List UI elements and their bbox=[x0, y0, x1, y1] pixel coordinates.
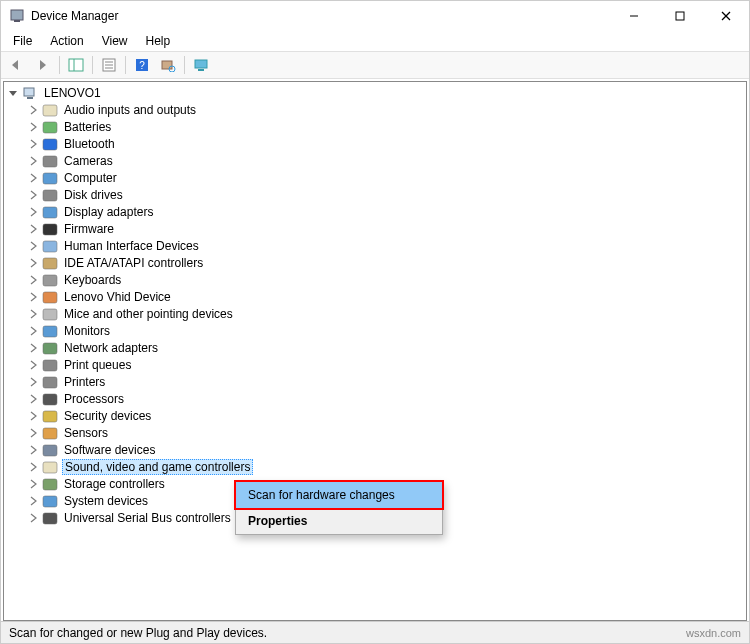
device-category-icon bbox=[42, 289, 58, 305]
tree-item-label: Universal Serial Bus controllers bbox=[62, 511, 233, 525]
chevron-right-icon[interactable] bbox=[26, 239, 40, 253]
tree-item[interactable]: Disk drives bbox=[4, 186, 746, 203]
menu-file[interactable]: File bbox=[5, 32, 40, 50]
help-button[interactable]: ? bbox=[130, 54, 154, 76]
svg-rect-25 bbox=[43, 190, 57, 201]
show-hide-tree-button[interactable] bbox=[64, 54, 88, 76]
chevron-right-icon[interactable] bbox=[26, 273, 40, 287]
chevron-right-icon[interactable] bbox=[26, 154, 40, 168]
tree-item-label: Firmware bbox=[62, 222, 116, 236]
chevron-right-icon[interactable] bbox=[26, 290, 40, 304]
tree-item[interactable]: Human Interface Devices bbox=[4, 237, 746, 254]
chevron-right-icon[interactable] bbox=[26, 494, 40, 508]
chevron-right-icon[interactable] bbox=[26, 426, 40, 440]
device-category-icon bbox=[42, 408, 58, 424]
menu-help[interactable]: Help bbox=[138, 32, 179, 50]
tree-item[interactable]: Network adapters bbox=[4, 339, 746, 356]
device-category-icon bbox=[42, 493, 58, 509]
chevron-right-icon[interactable] bbox=[26, 392, 40, 406]
chevron-right-icon[interactable] bbox=[26, 511, 40, 525]
svg-rect-22 bbox=[43, 139, 57, 150]
device-category-icon bbox=[42, 476, 58, 492]
tree-root[interactable]: LENOVO1 bbox=[4, 84, 746, 101]
tree-item[interactable]: Bluetooth bbox=[4, 135, 746, 152]
monitor-button[interactable] bbox=[189, 54, 213, 76]
device-category-icon bbox=[42, 102, 58, 118]
back-button[interactable] bbox=[5, 54, 29, 76]
tree-item[interactable]: IDE ATA/ATAPI controllers bbox=[4, 254, 746, 271]
chevron-right-icon[interactable] bbox=[26, 358, 40, 372]
tree-item[interactable]: Printers bbox=[4, 373, 746, 390]
svg-rect-31 bbox=[43, 292, 57, 303]
device-tree[interactable]: LENOVO1 Audio inputs and outputsBatterie… bbox=[3, 81, 747, 621]
device-category-icon bbox=[42, 221, 58, 237]
svg-rect-23 bbox=[43, 156, 57, 167]
forward-button[interactable] bbox=[31, 54, 55, 76]
tree-item[interactable]: Sound, video and game controllers bbox=[4, 458, 746, 475]
ctx-properties[interactable]: Properties bbox=[236, 508, 442, 534]
tree-item[interactable]: Keyboards bbox=[4, 271, 746, 288]
chevron-right-icon[interactable] bbox=[26, 307, 40, 321]
menu-action[interactable]: Action bbox=[42, 32, 91, 50]
svg-text:?: ? bbox=[139, 60, 145, 71]
tree-item[interactable]: Security devices bbox=[4, 407, 746, 424]
toolbar-separator bbox=[125, 56, 126, 74]
tree-item[interactable]: Batteries bbox=[4, 118, 746, 135]
tree-item-label: Sound, video and game controllers bbox=[62, 459, 253, 475]
tree-item-label: Bluetooth bbox=[62, 137, 117, 151]
device-category-icon bbox=[42, 391, 58, 407]
maximize-button[interactable] bbox=[657, 1, 703, 31]
tree-item[interactable]: Audio inputs and outputs bbox=[4, 101, 746, 118]
chevron-right-icon[interactable] bbox=[26, 477, 40, 491]
device-category-icon bbox=[42, 170, 58, 186]
statusbar: Scan for changed or new Plug and Play de… bbox=[1, 621, 749, 643]
tree-item-label: Human Interface Devices bbox=[62, 239, 201, 253]
tree-item[interactable]: Computer bbox=[4, 169, 746, 186]
device-category-icon bbox=[42, 459, 58, 475]
expander-icon[interactable] bbox=[6, 86, 20, 100]
chevron-right-icon[interactable] bbox=[26, 460, 40, 474]
tree-item[interactable]: Lenovo Vhid Device bbox=[4, 288, 746, 305]
chevron-right-icon[interactable] bbox=[26, 137, 40, 151]
chevron-right-icon[interactable] bbox=[26, 222, 40, 236]
chevron-right-icon[interactable] bbox=[26, 205, 40, 219]
tree-item[interactable]: Monitors bbox=[4, 322, 746, 339]
chevron-right-icon[interactable] bbox=[26, 443, 40, 457]
svg-rect-18 bbox=[24, 88, 34, 96]
properties-button[interactable] bbox=[97, 54, 121, 76]
svg-rect-6 bbox=[69, 59, 83, 71]
svg-rect-0 bbox=[11, 10, 23, 20]
tree-item[interactable]: Sensors bbox=[4, 424, 746, 441]
close-button[interactable] bbox=[703, 1, 749, 31]
chevron-right-icon[interactable] bbox=[26, 188, 40, 202]
minimize-button[interactable] bbox=[611, 1, 657, 31]
tree-item[interactable]: Cameras bbox=[4, 152, 746, 169]
chevron-right-icon[interactable] bbox=[26, 375, 40, 389]
chevron-right-icon[interactable] bbox=[26, 341, 40, 355]
ctx-scan-hardware[interactable]: Scan for hardware changes bbox=[236, 482, 442, 508]
tree-item-label: Display adapters bbox=[62, 205, 155, 219]
device-category-icon bbox=[42, 119, 58, 135]
tree-item[interactable]: Print queues bbox=[4, 356, 746, 373]
svg-rect-36 bbox=[43, 377, 57, 388]
tree-item[interactable]: Display adapters bbox=[4, 203, 746, 220]
chevron-right-icon[interactable] bbox=[26, 324, 40, 338]
scan-hardware-button[interactable] bbox=[156, 54, 180, 76]
tree-item[interactable]: Mice and other pointing devices bbox=[4, 305, 746, 322]
chevron-right-icon[interactable] bbox=[26, 256, 40, 270]
chevron-right-icon[interactable] bbox=[26, 409, 40, 423]
tree-item[interactable]: Firmware bbox=[4, 220, 746, 237]
svg-rect-16 bbox=[195, 60, 207, 68]
svg-rect-14 bbox=[162, 61, 172, 69]
menu-view[interactable]: View bbox=[94, 32, 136, 50]
chevron-right-icon[interactable] bbox=[26, 120, 40, 134]
device-category-icon bbox=[42, 425, 58, 441]
svg-rect-20 bbox=[43, 105, 57, 116]
status-text: Scan for changed or new Plug and Play de… bbox=[9, 626, 267, 640]
tree-item[interactable]: Processors bbox=[4, 390, 746, 407]
chevron-right-icon[interactable] bbox=[26, 171, 40, 185]
svg-rect-26 bbox=[43, 207, 57, 218]
device-category-icon bbox=[42, 374, 58, 390]
chevron-right-icon[interactable] bbox=[26, 103, 40, 117]
tree-item[interactable]: Software devices bbox=[4, 441, 746, 458]
